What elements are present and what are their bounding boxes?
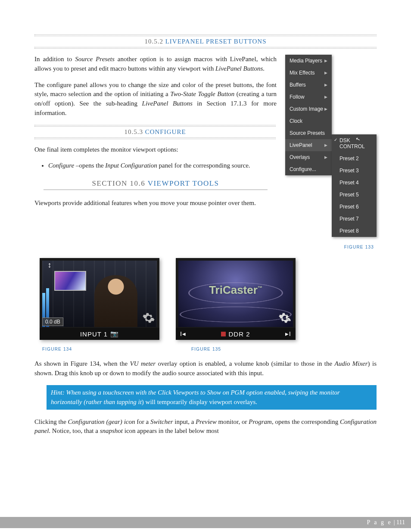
menu-item[interactable]: LivePanel▶ [285,139,332,151]
menu-item[interactable]: Clock [285,115,332,127]
figure-caption: FIGURE 134 [42,347,162,352]
chevron-right-icon: ▶ [324,107,327,111]
snapshot-icon[interactable]: 📷 [110,330,119,338]
heading-10-6: SECTION 10.6 VIEWPORT TOOLS [44,179,268,190]
chevron-right-icon: ▶ [324,59,327,63]
submenu-item[interactable]: Preset 7 [332,213,377,225]
menu-item[interactable]: Source Presets [285,127,332,139]
viewport-label: DDR 2 [228,330,250,338]
submenu-item[interactable]: Preset 2 [332,152,377,165]
menu-item[interactable]: Follow▶ [285,91,332,103]
menu-item[interactable]: Buffers▶ [285,79,332,91]
submenu-item[interactable]: Preset 8 [332,225,377,237]
context-menu: Media Players▶Mix Effects▶Buffers▶Follow… [285,55,377,237]
submenu-item[interactable]: Preset 3 [332,165,377,177]
menu-item[interactable]: Overlays▶ [285,151,332,163]
chevron-right-icon: ▶ [324,71,327,75]
menu-item[interactable]: Media Players▶ [285,55,332,67]
next-clip-icon[interactable]: ▸I [285,330,291,338]
submenu-item[interactable]: Preset 5 [332,189,377,201]
submenu-item[interactable]: Preset 4 [332,177,377,189]
viewport-screenshot-ddr2: TriCaster™ ↖ I◂ DDR 2 ▸I [176,258,296,340]
paragraph: Clicking the Configuration (gear) icon f… [34,417,377,436]
list-item: Configure –opens the Input Configuration… [48,161,277,171]
paragraph: One final item completes the monitor vie… [34,145,277,155]
page-footer: P a g e | 111 [0,517,411,528]
viewport-label: INPUT 1 [80,330,108,338]
chevron-right-icon: ▶ [324,143,327,147]
viewport-screenshot-input1: ↕ 0.0 dB INPUT 1 📷 [40,258,159,340]
chevron-right-icon: ▶ [324,155,327,159]
cursor-icon: ↖ [355,136,361,143]
gear-icon[interactable] [142,311,155,324]
chevron-right-icon: ▶ [324,83,327,87]
db-readout: 0.0 dB [42,317,63,326]
submenu-item[interactable]: Preset 6 [332,201,377,213]
menu-item[interactable]: Mix Effects▶ [285,67,332,79]
heading-10-5-3: 10.5.3 CONFIGURE [34,127,276,137]
figure-caption: FIGURE 133 [285,245,374,249]
menu-item[interactable]: Custom Image▶ [285,103,332,115]
paragraph: Viewports provide additional features wh… [34,199,277,208]
volume-knob-icon[interactable]: ↕ [46,261,53,273]
menu-item[interactable]: Configure... [285,163,332,175]
hint-box: Hint: When using a touchscreen with the … [47,385,377,410]
chevron-right-icon: ▶ [324,95,327,99]
heading-title: LIVEPANEL PRESET BUTTONS [165,38,267,45]
heading-10-5-2: 10.5.2 LIVEPANEL PRESET BUTTONS [34,36,377,47]
paragraph: As shown in Figure 134, when the VU mete… [34,359,377,378]
paragraph: The configure panel allows you to change… [34,81,277,118]
cursor-icon: ↖ [285,313,292,324]
submenu-item[interactable]: ✓DSK CONTROL↖ [332,134,377,152]
paragraph: In addition to Source Presets another op… [34,55,277,74]
check-icon: ✓ [334,137,337,142]
prev-clip-icon[interactable]: I◂ [180,330,186,338]
heading-number: 10.5.2 [144,38,163,45]
figure-caption: FIGURE 135 [191,347,311,352]
stop-icon[interactable] [221,332,226,336]
